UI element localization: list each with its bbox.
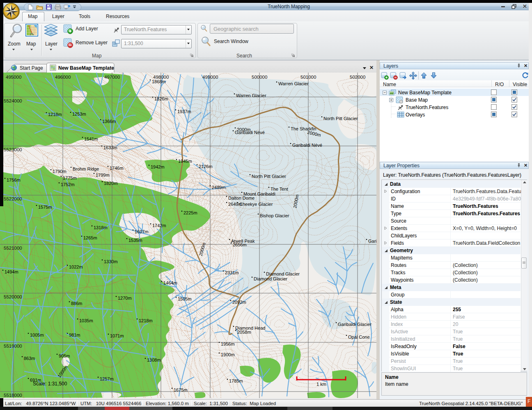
svg-text:The Tent: The Tent (271, 187, 288, 191)
svg-text:1756m: 1756m (7, 178, 21, 182)
svg-text:1257m: 1257m (100, 376, 114, 381)
svg-text:1942m: 1942m (151, 164, 165, 169)
svg-text:Garibaldi Névé: Garibaldi Névé (235, 130, 265, 135)
svg-text:981m: 981m (69, 333, 80, 337)
svg-text:1005m: 1005m (30, 333, 44, 337)
svg-text:500000: 500000 (252, 75, 267, 80)
svg-text:1218m: 1218m (48, 112, 62, 117)
svg-text:Dalton Dome: Dalton Dome (228, 196, 255, 200)
svg-text:1318m: 1318m (94, 225, 108, 230)
svg-text:North Pitt Glacier: North Pitt Glacier (323, 116, 358, 121)
svg-text:1607m: 1607m (135, 229, 149, 234)
svg-text:Diamond Glacier: Diamond Glacier (254, 276, 287, 281)
svg-text:2092m: 2092m (232, 300, 246, 305)
svg-text:1541m: 1541m (84, 137, 98, 141)
svg-text:Warren Glacier: Warren Glacier (278, 81, 309, 86)
svg-text:495000: 495000 (6, 75, 21, 80)
svg-text:1799m: 1799m (96, 173, 110, 178)
svg-text:1270m: 1270m (118, 296, 132, 301)
svg-text:Bishop Glacier: Bishop Glacier (260, 213, 289, 218)
svg-text:2225m: 2225m (183, 210, 197, 215)
svg-text:1464m: 1464m (163, 280, 177, 285)
svg-text:Opal Cone: Opal Cone (348, 335, 370, 339)
svg-text:1945m: 1945m (178, 159, 192, 164)
svg-text:Warren Glacier: Warren Glacier (236, 93, 266, 98)
svg-text:5523000: 5523000 (4, 147, 22, 152)
svg-text:5522000: 5522000 (4, 196, 22, 201)
svg-text:2656m: 2656m (233, 242, 247, 247)
svg-text:1900m: 1900m (221, 352, 235, 357)
svg-text:Garibaldi Névé: Garibaldi Névé (292, 143, 322, 148)
svg-text:1790m: 1790m (53, 169, 66, 174)
svg-text:2489m: 2489m (212, 185, 226, 190)
svg-text:886m: 886m (71, 301, 83, 306)
svg-text:Brohm Ridge: Brohm Ridge (73, 166, 99, 171)
svg-text:1820m: 1820m (104, 181, 118, 186)
svg-text:1218m: 1218m (139, 318, 153, 323)
svg-text:1022m: 1022m (69, 264, 83, 269)
svg-text:1 km: 1 km (316, 382, 326, 387)
svg-text:1785m: 1785m (229, 378, 243, 383)
svg-text:5521000: 5521000 (4, 246, 22, 251)
svg-text:1937m: 1937m (177, 109, 191, 114)
svg-text:1035m: 1035m (79, 318, 93, 323)
svg-text:2126m: 2126m (199, 164, 213, 169)
svg-text:5524000: 5524000 (4, 98, 22, 103)
svg-text:1633m: 1633m (103, 145, 117, 150)
svg-text:1494m: 1494m (5, 269, 18, 274)
svg-text:1253m: 1253m (72, 112, 86, 116)
svg-text:Scale: 1:31,500: Scale: 1:31,500 (33, 381, 67, 387)
svg-text:1868m: 1868m (152, 79, 166, 84)
svg-text:2331m: 2331m (225, 270, 239, 275)
svg-text:1330m: 1330m (104, 259, 118, 264)
svg-text:1366m: 1366m (102, 119, 116, 124)
svg-text:1746m: 1746m (110, 166, 124, 171)
svg-text:1775m: 1775m (63, 175, 77, 180)
svg-text:Diamond Glacier: Diamond Glacier (266, 271, 300, 276)
svg-text:1826m: 1826m (154, 96, 168, 101)
svg-text:North Pitt Glacier: North Pitt Glacier (252, 174, 286, 179)
svg-text:1308m: 1308m (147, 358, 161, 362)
svg-text:Cheekye Glacier: Cheekye Glacier (239, 202, 273, 207)
svg-text:1535m: 1535m (128, 238, 142, 243)
svg-text:499000: 499000 (202, 75, 218, 80)
svg-text:1742m: 1742m (152, 223, 166, 228)
svg-text:1752m: 1752m (61, 182, 75, 187)
svg-text:905m: 905m (59, 353, 70, 358)
svg-text:1265m: 1265m (83, 235, 97, 240)
svg-text:497000: 497000 (104, 75, 120, 80)
svg-text:5518000: 5518000 (4, 393, 22, 398)
svg-text:1505m: 1505m (178, 296, 192, 301)
svg-text:5519000: 5519000 (4, 344, 22, 348)
svg-text:496000: 496000 (55, 75, 71, 80)
svg-text:2058m: 2058m (237, 330, 251, 335)
svg-text:1071m: 1071m (110, 333, 124, 338)
svg-text:1575m: 1575m (38, 205, 52, 210)
svg-text:501000: 501000 (300, 75, 316, 80)
svg-text:1675m: 1675m (174, 387, 188, 392)
svg-text:1956m: 1956m (221, 342, 235, 346)
svg-text:502000: 502000 (350, 75, 365, 80)
svg-text:5520000: 5520000 (4, 294, 22, 299)
svg-text:863m: 863m (24, 356, 35, 361)
svg-text:Garibaldi Glacier: Garibaldi Glacier (338, 322, 371, 327)
